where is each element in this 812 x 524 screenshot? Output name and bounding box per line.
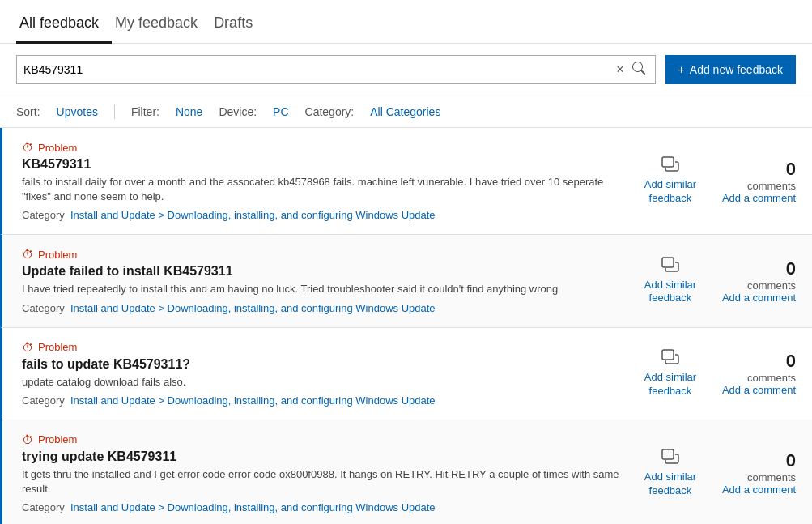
feedback-title: Update failed to install KB4579311 bbox=[22, 264, 625, 279]
tab-my-feedback[interactable]: My feedback bbox=[112, 6, 210, 44]
device-value[interactable]: PC bbox=[273, 105, 288, 118]
add-similar-section: Add similarfeedback bbox=[638, 449, 703, 498]
feedback-left-3: ⏱ Problem fails to update KB4579311? upd… bbox=[22, 341, 625, 407]
search-area: × + Add new feedback bbox=[0, 44, 812, 96]
similar-feedback-icon bbox=[661, 349, 679, 369]
feedback-description: I have tried repeatedly to install this … bbox=[22, 282, 625, 296]
comments-section: 0 comments Add a comment bbox=[722, 159, 796, 204]
add-similar-section: Add similarfeedback bbox=[638, 349, 703, 398]
category-text: Category bbox=[22, 394, 70, 407]
svg-rect-1 bbox=[662, 258, 674, 267]
svg-rect-2 bbox=[662, 350, 674, 360]
similar-feedback-icon bbox=[661, 156, 679, 177]
add-similar-link[interactable]: Add similarfeedback bbox=[644, 371, 696, 398]
tabs-nav: All feedback My feedback Drafts bbox=[0, 0, 812, 44]
comment-label: comments bbox=[747, 180, 796, 192]
problem-tag: ⏱ Problem bbox=[22, 433, 625, 446]
comments-section: 0 comments Add a comment bbox=[722, 450, 796, 496]
feedback-category: Category Install and Update > Downloadin… bbox=[22, 209, 625, 221]
comment-label: comments bbox=[747, 279, 796, 292]
feedback-right-1: Add similarfeedback 0 comments Add a com… bbox=[625, 141, 796, 221]
feedback-left-4: ⏱ Problem trying update KB4579311 It get… bbox=[22, 433, 625, 513]
problem-label: Problem bbox=[38, 341, 77, 353]
problem-label: Problem bbox=[38, 142, 77, 154]
comment-count: 0 bbox=[786, 258, 796, 279]
feedback-title: fails to update KB4579311? bbox=[22, 357, 625, 372]
add-comment-link[interactable]: Add a comment bbox=[722, 292, 796, 304]
feedback-description: It gets thru the installed and I get err… bbox=[22, 467, 625, 496]
feedback-item: ⏱ Problem trying update KB4579311 It get… bbox=[0, 420, 812, 524]
similar-feedback-icon bbox=[661, 257, 679, 277]
filter-divider bbox=[114, 104, 115, 119]
feedback-title: KB4579311 bbox=[22, 157, 625, 172]
svg-rect-0 bbox=[662, 157, 674, 167]
tab-drafts[interactable]: Drafts bbox=[210, 6, 266, 44]
add-similar-link[interactable]: Add similarfeedback bbox=[644, 178, 696, 206]
search-submit-button[interactable] bbox=[629, 62, 648, 78]
category-value[interactable]: All Categories bbox=[370, 105, 440, 118]
comment-count: 0 bbox=[786, 351, 796, 372]
comment-count: 0 bbox=[786, 159, 796, 180]
feedback-category: Category Install and Update > Downloadin… bbox=[22, 501, 625, 513]
add-similar-link[interactable]: Add similarfeedback bbox=[644, 279, 696, 306]
comment-count: 0 bbox=[786, 450, 796, 471]
feedback-left-1: ⏱ Problem KB4579311 fails to install dai… bbox=[22, 141, 625, 221]
feedback-right-3: Add similarfeedback 0 comments Add a com… bbox=[625, 341, 796, 407]
category-link[interactable]: Install and Update > Downloading, instal… bbox=[70, 394, 436, 407]
feedback-item: ⏱ Problem KB4579311 fails to install dai… bbox=[0, 128, 812, 235]
similar-feedback-icon bbox=[661, 449, 679, 469]
add-comment-link[interactable]: Add a comment bbox=[722, 192, 796, 204]
add-feedback-plus-icon: + bbox=[678, 63, 685, 76]
comment-label: comments bbox=[747, 372, 796, 384]
category-label: Category: bbox=[305, 105, 355, 118]
problem-tag: ⏱ Problem bbox=[22, 141, 625, 154]
add-similar-section: Add similarfeedback bbox=[638, 257, 703, 306]
filter-value[interactable]: None bbox=[176, 105, 202, 118]
problem-icon: ⏱ bbox=[22, 141, 33, 154]
comments-section: 0 comments Add a comment bbox=[722, 351, 796, 396]
category-link[interactable]: Install and Update > Downloading, instal… bbox=[70, 501, 436, 513]
problem-icon: ⏱ bbox=[22, 433, 33, 446]
search-icon bbox=[632, 62, 645, 75]
feedback-category: Category Install and Update > Downloadin… bbox=[22, 302, 625, 314]
problem-label: Problem bbox=[38, 433, 77, 445]
filter-bar: Sort: Upvotes Filter: None Device: PC Ca… bbox=[0, 96, 812, 128]
category-text: Category bbox=[22, 302, 70, 314]
search-clear-button[interactable]: × bbox=[611, 62, 628, 77]
feedback-description: update catalog download fails also. bbox=[22, 375, 625, 390]
problem-label: Problem bbox=[38, 249, 77, 261]
comments-section: 0 comments Add a comment bbox=[722, 258, 796, 304]
problem-icon: ⏱ bbox=[22, 248, 33, 261]
category-text: Category bbox=[22, 209, 70, 221]
feedback-title: trying update KB4579311 bbox=[22, 449, 625, 464]
add-similar-link[interactable]: Add similarfeedback bbox=[644, 471, 696, 498]
sort-value[interactable]: Upvotes bbox=[57, 105, 98, 118]
problem-tag: ⏱ Problem bbox=[22, 248, 625, 261]
category-link[interactable]: Install and Update > Downloading, instal… bbox=[70, 302, 436, 314]
feedback-right-4: Add similarfeedback 0 comments Add a com… bbox=[625, 433, 796, 513]
feedback-list: ⏱ Problem KB4579311 fails to install dai… bbox=[0, 128, 812, 524]
comment-label: comments bbox=[747, 471, 796, 484]
filter-label: Filter: bbox=[131, 105, 159, 118]
category-text: Category bbox=[22, 501, 70, 513]
problem-icon: ⏱ bbox=[22, 341, 33, 354]
add-comment-link[interactable]: Add a comment bbox=[722, 484, 796, 496]
feedback-category: Category Install and Update > Downloadin… bbox=[22, 394, 625, 407]
device-label: Device: bbox=[219, 105, 257, 118]
add-similar-section: Add similarfeedback bbox=[638, 156, 703, 206]
feedback-description: fails to install daily for over a month … bbox=[22, 175, 625, 204]
category-link[interactable]: Install and Update > Downloading, instal… bbox=[70, 209, 436, 221]
feedback-item: ⏱ Problem Update failed to install KB457… bbox=[0, 235, 812, 327]
tab-all-feedback[interactable]: All feedback bbox=[16, 6, 112, 44]
problem-tag: ⏱ Problem bbox=[22, 341, 625, 354]
add-comment-link[interactable]: Add a comment bbox=[722, 384, 796, 396]
add-feedback-label: Add new feedback bbox=[690, 63, 783, 76]
feedback-right-2: Add similarfeedback 0 comments Add a com… bbox=[625, 248, 796, 313]
feedback-item: ⏱ Problem fails to update KB4579311? upd… bbox=[0, 328, 812, 420]
add-feedback-button[interactable]: + Add new feedback bbox=[665, 55, 796, 84]
search-input[interactable] bbox=[23, 63, 611, 76]
feedback-left-2: ⏱ Problem Update failed to install KB457… bbox=[22, 248, 625, 313]
sort-label: Sort: bbox=[16, 105, 40, 118]
search-box: × bbox=[16, 55, 656, 84]
svg-rect-3 bbox=[662, 449, 674, 459]
